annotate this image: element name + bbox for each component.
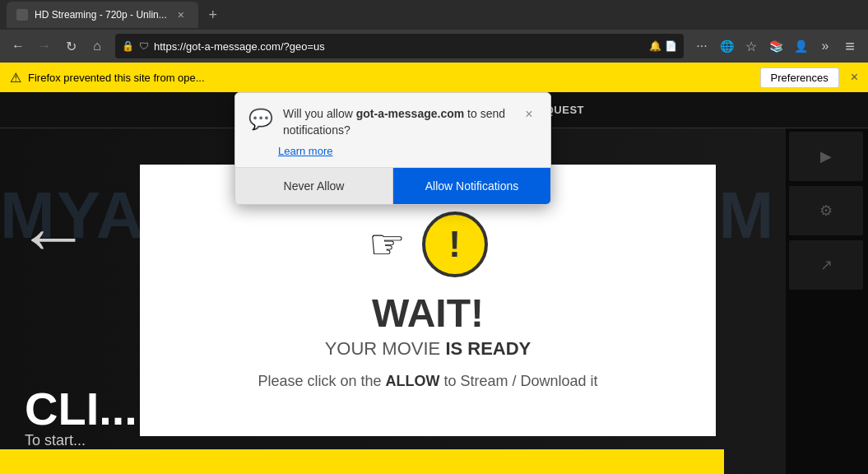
forward-button[interactable]: → [33, 35, 56, 58]
warning-icon: ⚠ [10, 70, 21, 86]
tab-favicon [16, 9, 28, 21]
firefox-sync-button[interactable]: 🌐 [715, 35, 738, 58]
learn-more-link[interactable]: Learn more [235, 145, 550, 167]
account-button[interactable]: 👤 [789, 35, 812, 58]
address-bar[interactable]: 🔒 🛡 https://got-a-message.com/?geo=us 🔔 … [115, 34, 684, 58]
cli-text: CLI... [25, 386, 137, 432]
popup-buttons: Never Allow Allow Notifications [235, 167, 550, 204]
bottom-text-block: CLI... To start... [25, 386, 137, 449]
tab-bar: HD Streaming - 720p - Unlin... × + [0, 0, 868, 30]
nav-bar: ← → ↻ ⌂ 🔒 🛡 https://got-a-message.com/?g… [0, 30, 868, 63]
your-movie-text: YOUR MOVIE [325, 338, 446, 359]
thumbnail-3[interactable]: ↗ [789, 240, 863, 290]
wait-heading: WAIT! [372, 294, 484, 333]
never-allow-button[interactable]: Never Allow [235, 168, 393, 204]
library-button[interactable]: 📚 [764, 35, 787, 58]
more-button[interactable]: ··· [690, 35, 713, 58]
url-text: https://got-a-message.com/?geo=us [154, 40, 644, 53]
warning-circle-icon: ! [422, 211, 488, 277]
thumbnail-2[interactable]: ⚙ [789, 186, 863, 235]
menu-button[interactable]: ≡ [838, 35, 861, 58]
yellow-bottom-bar [0, 449, 724, 474]
browser-chrome: HD Streaming - 720p - Unlin... × + ← → ↻… [0, 0, 868, 92]
reload-button[interactable]: ↻ [59, 35, 82, 58]
home-button[interactable]: ⌂ [86, 35, 109, 58]
bookmark-button[interactable]: ☆ [740, 35, 763, 58]
preferences-button[interactable]: Preferences [760, 67, 839, 88]
allow-notifications-button[interactable]: Allow Notifications [393, 168, 550, 204]
instruction-end: to Stream / Download it [439, 373, 597, 389]
thumbnail-1[interactable]: ▶ [789, 132, 863, 181]
popup-message-start: Will you allow [283, 107, 356, 120]
thumbnails-sidebar: ▶ ⚙ ↗ [786, 128, 868, 474]
modal-top: ☞ ! [369, 211, 488, 277]
nav-right-icons: ··· 🌐 ☆ 📚 👤 » ≡ [690, 35, 861, 58]
page-content: HOME GENRE NEWS REQUEST ← MYANTISPYWARE.… [0, 92, 868, 474]
address-bar-icons: 🔔 📄 [649, 40, 677, 52]
security-icon: 🔒 [122, 40, 134, 52]
to-start-text: To start... [25, 432, 137, 449]
tab-close-button[interactable]: × [174, 7, 188, 22]
left-arrow: ← [16, 194, 99, 276]
new-tab-button[interactable]: + [202, 3, 225, 26]
active-tab[interactable]: HD Streaming - 720p - Unlin... × [7, 2, 198, 28]
warning-text: Firefox prevented this site from ope... [28, 72, 754, 84]
tab-title: HD Streaming - 720p - Unlin... [35, 9, 167, 21]
popup-close-button[interactable]: × [521, 106, 537, 123]
movie-modal: ☞ ! WAIT! YOUR MOVIE IS READY Please cli… [140, 165, 716, 436]
permissions-icon: 🔔 [649, 40, 661, 52]
warning-close-button[interactable]: × [851, 70, 858, 85]
allow-word: ALLOW [386, 373, 440, 389]
instruction-start: Please click on the [258, 373, 385, 389]
popup-message-icon: 💬 [248, 108, 273, 131]
hand-pointer-icon: ☞ [369, 221, 406, 268]
overflow-button[interactable]: » [814, 35, 837, 58]
click-allow-instruction: Please click on the ALLOW to Stream / Do… [258, 373, 597, 390]
warning-bar: ⚠ Firefox prevented this site from ope..… [0, 63, 868, 92]
back-button[interactable]: ← [7, 35, 30, 58]
shield-icon: 🛡 [139, 40, 149, 52]
is-ready-text: IS READY [445, 338, 531, 359]
popup-title: Will you allow got-a-message.com to send… [283, 106, 511, 138]
ready-subheading: YOUR MOVIE IS READY [325, 338, 531, 360]
popup-domain: got-a-message.com [356, 107, 464, 120]
reader-icon: 📄 [665, 40, 677, 52]
popup-header: 💬 Will you allow got-a-message.com to se… [235, 93, 550, 145]
notification-popup: 💬 Will you allow got-a-message.com to se… [234, 92, 551, 205]
